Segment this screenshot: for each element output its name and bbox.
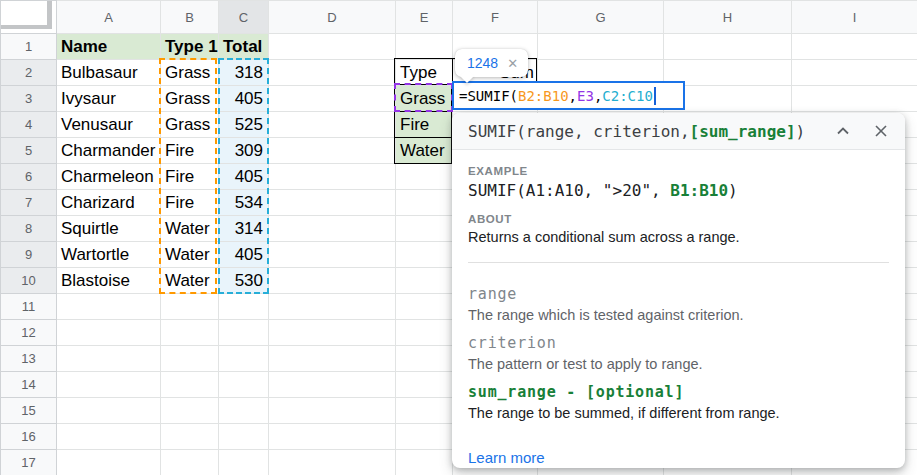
cell[interactable] xyxy=(396,216,453,242)
cell[interactable] xyxy=(269,320,396,346)
cell[interactable]: 405 xyxy=(219,164,269,190)
row-header-6[interactable]: 6 xyxy=(1,164,57,190)
cell[interactable]: Fire xyxy=(161,190,219,216)
cell[interactable]: Water xyxy=(396,138,453,164)
cell[interactable]: Fire xyxy=(161,138,219,164)
cell[interactable] xyxy=(161,294,219,320)
chevron-up-icon[interactable] xyxy=(835,123,851,139)
cell[interactable] xyxy=(219,320,269,346)
column-header-f[interactable]: F xyxy=(453,1,538,34)
cell[interactable] xyxy=(269,424,396,450)
cell[interactable] xyxy=(269,242,396,268)
row-header-3[interactable]: 3 xyxy=(1,86,57,112)
cell[interactable]: Name xyxy=(57,34,161,60)
cell[interactable] xyxy=(219,398,269,424)
column-header-d[interactable]: D xyxy=(269,1,396,34)
cell[interactable] xyxy=(269,164,396,190)
cell[interactable] xyxy=(664,34,792,60)
cell[interactable] xyxy=(396,190,453,216)
cell[interactable] xyxy=(538,34,664,60)
cell[interactable] xyxy=(792,34,917,60)
close-icon[interactable] xyxy=(873,123,889,139)
cell[interactable] xyxy=(219,346,269,372)
cell[interactable] xyxy=(57,294,161,320)
cell[interactable] xyxy=(396,164,453,190)
cell[interactable]: Type 1 xyxy=(161,34,219,60)
column-header-e[interactable]: E xyxy=(396,1,453,34)
cell[interactable] xyxy=(396,450,453,475)
cell[interactable]: Type xyxy=(396,60,453,86)
cell[interactable]: Total xyxy=(219,34,269,60)
cell[interactable] xyxy=(57,450,161,475)
cell[interactable]: Grass xyxy=(396,86,453,112)
cell[interactable] xyxy=(57,424,161,450)
row-header-11[interactable]: 11 xyxy=(1,294,57,320)
column-header-a[interactable]: A xyxy=(57,1,161,34)
cell[interactable] xyxy=(269,268,396,294)
column-header-b[interactable]: B xyxy=(161,1,219,34)
cell[interactable]: Ivysaur xyxy=(57,86,161,112)
cell[interactable] xyxy=(396,268,453,294)
row-header-14[interactable]: 14 xyxy=(1,372,57,398)
cell[interactable]: Grass xyxy=(161,86,219,112)
cell[interactable] xyxy=(792,86,917,112)
cell[interactable] xyxy=(161,424,219,450)
row-header-8[interactable]: 8 xyxy=(1,216,57,242)
cell[interactable] xyxy=(396,346,453,372)
cell[interactable]: Fire xyxy=(396,112,453,138)
cell[interactable] xyxy=(269,60,396,86)
cell[interactable] xyxy=(269,398,396,424)
cell[interactable] xyxy=(396,398,453,424)
cell[interactable]: 405 xyxy=(219,242,269,268)
cell[interactable]: Grass xyxy=(161,112,219,138)
cell[interactable]: 314 xyxy=(219,216,269,242)
cell[interactable]: Water xyxy=(161,268,219,294)
select-all-corner[interactable] xyxy=(1,1,57,34)
column-header-i[interactable]: I xyxy=(792,1,917,34)
cell[interactable] xyxy=(57,320,161,346)
row-header-13[interactable]: 13 xyxy=(1,346,57,372)
column-header-c[interactable]: C xyxy=(219,1,269,34)
cell[interactable]: 309 xyxy=(219,138,269,164)
cell[interactable] xyxy=(57,398,161,424)
cell[interactable]: Charmeleon xyxy=(57,164,161,190)
cell[interactable] xyxy=(269,450,396,475)
cell[interactable]: Wartortle xyxy=(57,242,161,268)
cell[interactable]: Bulbasaur xyxy=(57,60,161,86)
cell[interactable]: 534 xyxy=(219,190,269,216)
cell[interactable] xyxy=(57,372,161,398)
cell[interactable] xyxy=(269,86,396,112)
cell[interactable]: Water xyxy=(161,216,219,242)
cell[interactable]: 525 xyxy=(219,112,269,138)
formula-editor[interactable]: =SUMIF(B2:B10, E3, C2:C10 xyxy=(452,81,685,110)
row-header-17[interactable]: 17 xyxy=(1,450,57,475)
row-header-15[interactable]: 15 xyxy=(1,398,57,424)
cell[interactable] xyxy=(57,346,161,372)
column-header-g[interactable]: G xyxy=(538,1,664,34)
cell[interactable] xyxy=(161,372,219,398)
cell[interactable] xyxy=(269,294,396,320)
close-icon[interactable]: ✕ xyxy=(507,56,518,71)
cell[interactable]: Charizard xyxy=(57,190,161,216)
cell[interactable] xyxy=(269,190,396,216)
cell[interactable] xyxy=(161,320,219,346)
cell[interactable] xyxy=(161,398,219,424)
column-header-h[interactable]: H xyxy=(664,1,792,34)
cell[interactable]: Grass xyxy=(161,60,219,86)
cell[interactable]: Fire xyxy=(161,164,219,190)
cell[interactable] xyxy=(396,320,453,346)
cell[interactable] xyxy=(269,216,396,242)
row-header-9[interactable]: 9 xyxy=(1,242,57,268)
cell[interactable] xyxy=(219,424,269,450)
row-header-7[interactable]: 7 xyxy=(1,190,57,216)
cell[interactable] xyxy=(219,372,269,398)
cell[interactable] xyxy=(792,60,917,86)
cell[interactable]: Blastoise xyxy=(57,268,161,294)
cell[interactable] xyxy=(396,294,453,320)
cell[interactable] xyxy=(269,346,396,372)
cell[interactable] xyxy=(396,424,453,450)
row-header-4[interactable]: 4 xyxy=(1,112,57,138)
cell[interactable]: Charmander xyxy=(57,138,161,164)
cell[interactable] xyxy=(219,294,269,320)
row-header-12[interactable]: 12 xyxy=(1,320,57,346)
